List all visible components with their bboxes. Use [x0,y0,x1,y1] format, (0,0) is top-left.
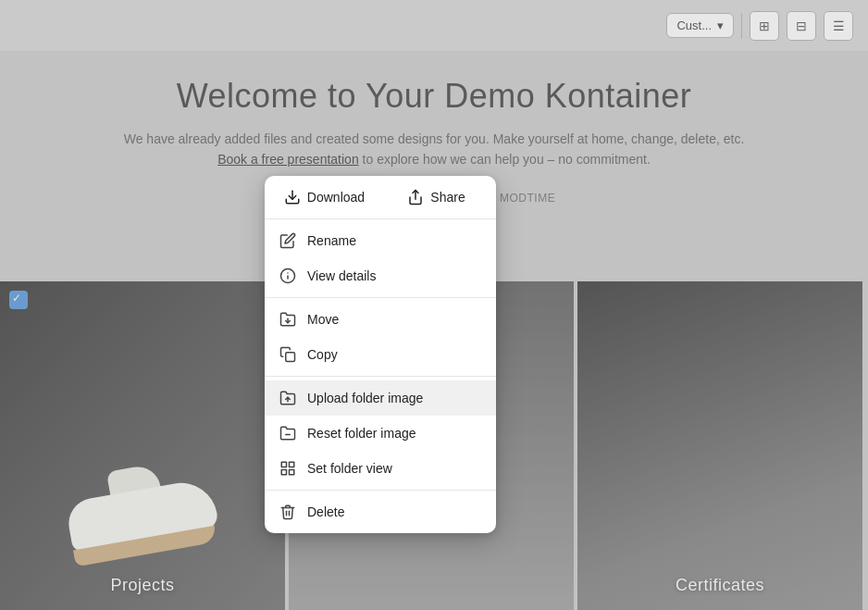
delete-label: Delete [307,504,344,519]
reset-folder-image-label: Reset folder image [307,426,416,441]
move-icon [279,311,296,328]
rename-item[interactable]: Rename [265,223,496,258]
svg-rect-10 [290,462,294,467]
share-label: Share [430,190,465,205]
info-icon [279,268,296,284]
set-folder-view-label: Set folder view [307,461,392,476]
view-details-label: View details [307,268,376,283]
context-menu-top: Download Share [265,176,496,219]
context-menu-section-2: Move Copy [265,298,496,377]
context-menu-section-4: Delete [265,491,496,533]
copy-item[interactable]: Copy [265,337,496,372]
upload-folder-image-item[interactable]: Upload folder image [265,380,496,416]
view-details-item[interactable]: View details [265,258,496,293]
share-button[interactable]: Share [380,181,492,213]
upload-folder-image-label: Upload folder image [307,391,423,405]
set-folder-view-item[interactable]: Set folder view [265,451,496,486]
svg-rect-12 [281,470,286,475]
rename-icon [279,232,296,249]
copy-icon [279,346,296,363]
download-label: Download [307,190,365,205]
context-menu-section-1: Rename View details [265,219,496,298]
svg-rect-9 [281,462,286,467]
share-icon [407,189,424,205]
copy-label: Copy [307,347,338,362]
move-label: Move [307,312,339,327]
move-item[interactable]: Move [265,302,496,337]
delete-icon [279,504,296,520]
set-folder-view-icon [279,460,296,477]
download-button[interactable]: Download [268,181,380,213]
context-menu-section-3: Upload folder image Reset folder image S… [265,377,496,491]
download-icon [284,189,301,205]
rename-label: Rename [307,233,356,248]
reset-folder-image-item[interactable]: Reset folder image [265,416,496,451]
svg-rect-6 [286,353,295,362]
upload-folder-icon [279,390,296,406]
delete-item[interactable]: Delete [265,494,496,529]
svg-rect-11 [290,470,294,475]
reset-icon [279,425,296,442]
context-menu: Download Share Rename View d [265,176,496,533]
